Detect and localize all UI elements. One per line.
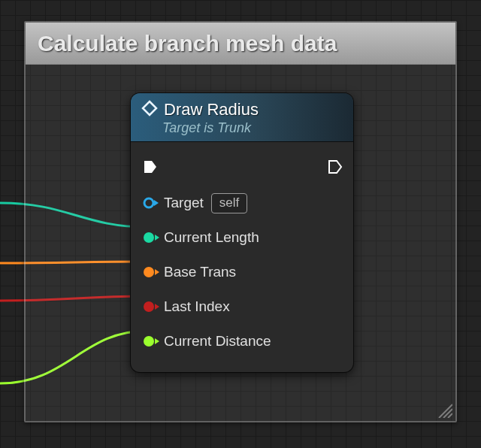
last-index-label: Last Index	[164, 298, 230, 315]
svg-marker-7	[154, 200, 159, 206]
current-length-pin[interactable]	[143, 231, 156, 244]
svg-marker-3	[143, 101, 156, 115]
svg-marker-5	[329, 161, 341, 173]
exec-out-pin[interactable]	[328, 159, 341, 173]
base-trans-label: Base Trans	[164, 264, 236, 280]
current-length-label: Current Length	[164, 229, 259, 246]
target-default-box[interactable]: self	[211, 193, 247, 213]
comment-title: Calculate branch mesh data	[38, 31, 337, 56]
svg-line-1	[443, 409, 452, 418]
base-trans-pin[interactable]	[143, 265, 156, 279]
node-header[interactable]: Draw Radius Target is Trunk	[131, 93, 353, 142]
node-body: Target self Current Length Base Trans	[131, 142, 353, 372]
svg-point-10	[144, 267, 154, 277]
svg-point-12	[144, 301, 154, 312]
svg-marker-9	[155, 235, 159, 241]
function-icon	[141, 100, 158, 120]
svg-marker-13	[155, 304, 159, 310]
comment-header[interactable]: Calculate branch mesh data	[26, 23, 455, 65]
current-distance-label: Current Distance	[164, 333, 271, 350]
svg-marker-4	[144, 161, 156, 173]
graph-node-draw-radius[interactable]: Draw Radius Target is Trunk Target self	[131, 93, 353, 372]
svg-point-6	[144, 198, 153, 207]
svg-point-14	[144, 336, 154, 347]
svg-marker-15	[155, 338, 159, 344]
current-distance-pin[interactable]	[143, 334, 156, 348]
svg-marker-11	[155, 269, 159, 275]
node-title: Draw Radius	[164, 100, 259, 120]
svg-line-2	[448, 413, 452, 418]
target-label: Target	[164, 195, 204, 211]
last-index-pin[interactable]	[143, 300, 156, 313]
resize-grip-icon[interactable]	[436, 401, 452, 418]
node-subtitle: Target is Trunk	[162, 120, 343, 136]
svg-point-8	[144, 232, 154, 243]
exec-in-pin[interactable]	[143, 159, 156, 173]
target-pin[interactable]	[143, 196, 156, 210]
